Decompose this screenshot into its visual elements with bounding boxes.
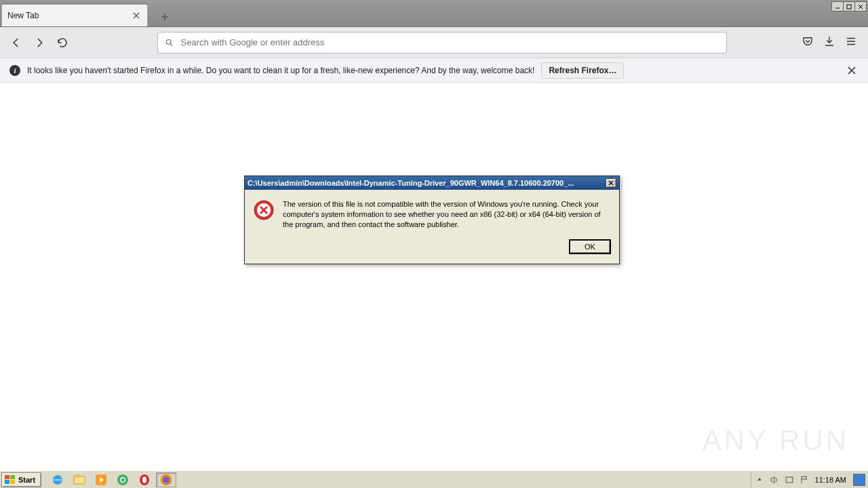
tray-flag-icon[interactable]	[799, 474, 810, 485]
maximize-button[interactable]	[843, 1, 855, 12]
system-tray: 11:18 AM	[751, 472, 868, 487]
taskbar-ie-icon[interactable]	[48, 472, 67, 487]
refresh-firefox-infobar: i It looks like you haven't started Fire…	[0, 58, 868, 83]
refresh-firefox-button[interactable]: Refresh Firefox…	[541, 62, 624, 79]
start-label: Start	[18, 476, 35, 484]
address-input[interactable]	[181, 37, 719, 47]
tray-expand-icon[interactable]	[754, 474, 765, 485]
dialog-message: The version of this file is not compatib…	[283, 199, 610, 230]
svg-rect-19	[786, 477, 793, 483]
search-icon	[165, 38, 174, 47]
info-icon: i	[9, 65, 20, 76]
firefox-tab-strip: New Tab	[0, 0, 868, 27]
svg-rect-4	[5, 475, 9, 479]
svg-rect-0	[847, 5, 851, 9]
start-button[interactable]: Start	[1, 472, 41, 487]
minimize-button[interactable]	[831, 1, 844, 12]
dialog-titlebar[interactable]: C:\Users\admin\Downloads\Intel-Dynamic-T…	[245, 176, 619, 190]
infobar-message: It looks like you haven't started Firefo…	[27, 66, 534, 75]
svg-rect-7	[10, 480, 15, 484]
svg-point-18	[163, 476, 170, 483]
taskbar-chrome-icon[interactable]	[113, 472, 132, 487]
back-button[interactable]	[7, 33, 26, 52]
svg-point-14	[121, 478, 125, 481]
url-bar[interactable]	[157, 32, 727, 54]
svg-rect-9	[74, 476, 85, 484]
tab-title: New Tab	[7, 11, 39, 20]
taskbar-opera-icon[interactable]	[135, 472, 154, 487]
close-window-button[interactable]	[854, 1, 867, 12]
tray-device-icon[interactable]	[784, 474, 795, 485]
menu-icon[interactable]	[845, 35, 857, 49]
taskbar: Start 11:18 AM	[0, 470, 868, 488]
windows-logo-icon	[5, 475, 16, 485]
svg-rect-10	[74, 475, 79, 477]
svg-point-16	[142, 476, 146, 483]
ok-button[interactable]: OK	[569, 239, 611, 254]
anyrun-watermark: ANY RUN	[703, 424, 849, 457]
taskbar-firefox-app[interactable]	[156, 472, 176, 487]
close-tab-icon[interactable]	[131, 10, 142, 21]
reload-button[interactable]	[53, 33, 72, 52]
downloads-icon[interactable]	[823, 35, 835, 49]
dialog-title-text: C:\Users\admin\Downloads\Intel-Dynamic-T…	[248, 179, 603, 187]
volume-icon[interactable]	[769, 474, 780, 485]
taskbar-explorer-icon[interactable]	[70, 472, 89, 487]
firefox-toolbar	[0, 27, 868, 58]
infobar-close-icon[interactable]	[845, 64, 859, 77]
taskbar-clock[interactable]: 11:18 AM	[814, 476, 848, 484]
forward-button[interactable]	[30, 33, 49, 52]
error-icon	[253, 199, 275, 221]
svg-rect-5	[10, 475, 15, 479]
window-controls	[832, 1, 867, 12]
show-desktop-button[interactable]	[853, 474, 865, 486]
watermark-text: ANY RUN	[703, 424, 849, 457]
svg-point-1	[166, 39, 171, 44]
browser-tab[interactable]: New Tab	[1, 4, 148, 26]
dialog-close-button[interactable]	[606, 178, 616, 188]
new-tab-button[interactable]	[157, 9, 172, 24]
error-dialog: C:\Users\admin\Downloads\Intel-Dynamic-T…	[244, 176, 620, 264]
svg-rect-6	[5, 480, 9, 484]
pocket-icon[interactable]	[802, 35, 814, 49]
taskbar-media-icon[interactable]	[92, 472, 111, 487]
